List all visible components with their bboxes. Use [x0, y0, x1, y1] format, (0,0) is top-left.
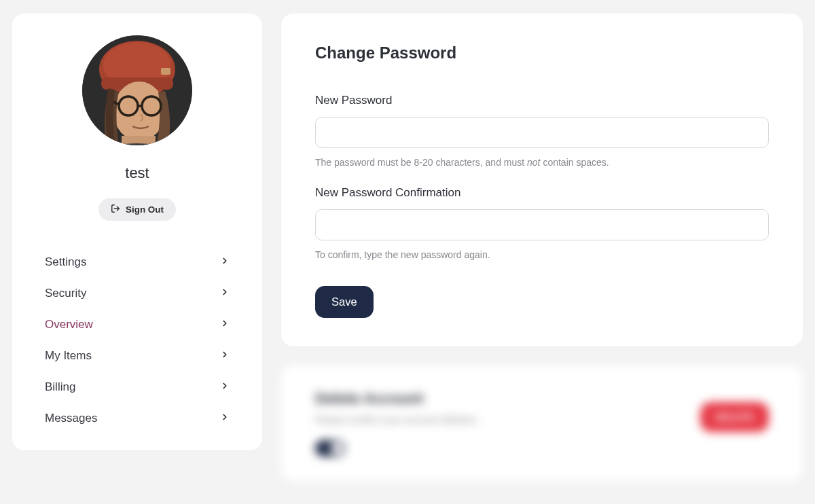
sidebar-item-label: My Items	[45, 349, 92, 363]
new-password-input[interactable]	[315, 117, 769, 148]
signout-icon	[111, 204, 120, 215]
chevron-right-icon	[220, 380, 230, 394]
sidebar-item-label: Messages	[45, 412, 97, 425]
username: test	[125, 164, 149, 182]
sidebar-nav: Settings Security Overview My Items	[12, 247, 262, 434]
sidebar-item-settings[interactable]: Settings	[37, 247, 238, 278]
avatar-image	[82, 35, 192, 145]
avatar[interactable]	[82, 35, 192, 145]
confirm-password-input[interactable]	[315, 209, 769, 240]
new-password-hint: The password must be 8-20 characters, an…	[315, 156, 769, 170]
change-password-card: Change Password New Password The passwor…	[281, 14, 803, 346]
main-content: Change Password New Password The passwor…	[281, 14, 803, 481]
delete-title: Delete Account	[315, 390, 700, 408]
chevron-right-icon	[220, 412, 230, 425]
save-button[interactable]: Save	[315, 286, 374, 318]
chevron-right-icon	[220, 318, 230, 331]
sidebar-item-messages[interactable]: Messages	[37, 403, 238, 434]
chevron-right-icon	[220, 349, 230, 363]
signout-button[interactable]: Sign Out	[98, 198, 176, 221]
sidebar-item-label: Security	[45, 287, 86, 300]
new-password-label: New Password	[315, 94, 769, 107]
sidebar: test Sign Out Settings Security	[12, 14, 262, 450]
chevron-right-icon	[220, 287, 230, 300]
delete-left: Delete Account Please confirm your accou…	[315, 390, 700, 456]
confirm-password-field: New Password Confirmation To confirm, ty…	[315, 186, 769, 262]
delete-account-card: Delete Account Please confirm your accou…	[281, 365, 803, 481]
chevron-right-icon	[220, 255, 230, 269]
signout-label: Sign Out	[126, 204, 164, 215]
sidebar-item-billing[interactable]: Billing	[37, 372, 238, 403]
sidebar-item-label: Settings	[45, 255, 86, 269]
sidebar-item-label: Billing	[45, 380, 75, 394]
new-password-field: New Password The password must be 8-20 c…	[315, 94, 769, 170]
delete-row: Delete Account Please confirm your accou…	[315, 390, 769, 456]
hint-text: The password must be 8-20 characters, an…	[315, 157, 527, 168]
confirm-password-label: New Password Confirmation	[315, 186, 769, 200]
svg-rect-5	[161, 68, 170, 75]
hint-em: not	[527, 157, 540, 168]
hint-text: contain spaces.	[541, 157, 609, 168]
confirm-password-hint: To confirm, type the new password again.	[315, 249, 769, 262]
sidebar-item-my-items[interactable]: My Items	[37, 340, 238, 372]
sidebar-item-security[interactable]: Security	[37, 278, 238, 309]
delete-confirm-toggle[interactable]	[315, 440, 345, 456]
sidebar-item-overview[interactable]: Overview	[37, 309, 238, 340]
page-layout: test Sign Out Settings Security	[12, 14, 803, 481]
card-title: Change Password	[315, 43, 769, 62]
sidebar-item-label: Overview	[45, 318, 93, 331]
delete-button[interactable]: DELETE	[700, 402, 769, 432]
delete-description: Please confirm your account deletion.	[315, 414, 700, 425]
